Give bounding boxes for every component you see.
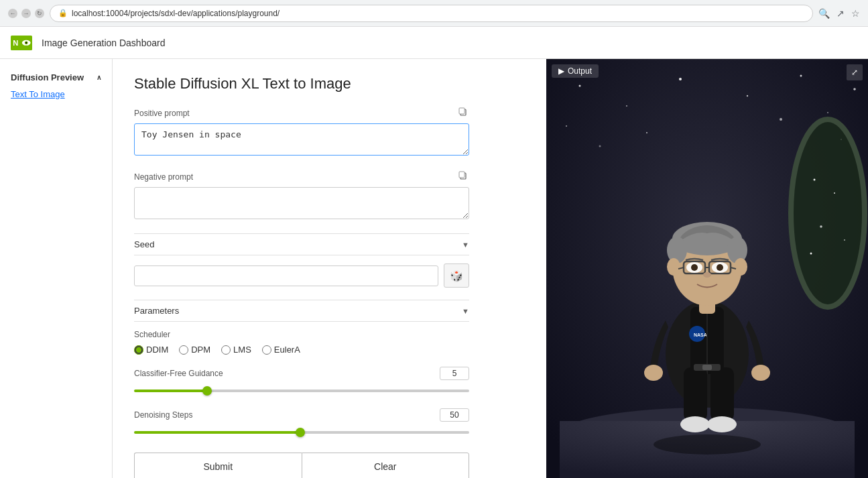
negative-prompt-copy-btn[interactable]	[457, 170, 469, 184]
output-panel: ▶ Output ⤢	[546, 59, 868, 478]
positive-prompt-copy-btn[interactable]	[457, 106, 469, 120]
scheduler-option-dpm[interactable]: DPM	[179, 345, 210, 355]
svg-point-20	[780, 118, 782, 121]
submit-button[interactable]: Submit	[134, 453, 302, 478]
output-expand-button[interactable]: ⤢	[847, 64, 863, 80]
lock-icon: 🔒	[58, 9, 68, 17]
scheduler-group: Scheduler DDIM DPM LMS	[134, 330, 469, 355]
denoise-label: Denoising Steps	[134, 410, 192, 420]
svg-point-27	[810, 253, 812, 255]
svg-point-54	[644, 365, 663, 381]
sidebar-section-label: Diffusion Preview	[11, 72, 84, 82]
svg-point-13	[747, 95, 748, 97]
negative-prompt-input[interactable]	[134, 187, 469, 219]
copy-icon	[458, 107, 468, 117]
seed-field-group: 1650562497 🎲	[134, 263, 469, 288]
output-icon: ▶	[558, 66, 564, 76]
svg-point-52	[717, 264, 723, 271]
seed-section-header[interactable]: Seed ▼	[134, 233, 469, 255]
app-layout: Diffusion Preview ∧ Text To Image Stable…	[0, 59, 868, 478]
svg-point-10	[579, 85, 581, 87]
svg-rect-57	[710, 367, 734, 421]
forward-button[interactable]: →	[21, 9, 31, 18]
app-header: N Image Generation Dashboard	[0, 27, 868, 59]
output-image: NASA	[546, 59, 868, 478]
scheduler-radio-ddim[interactable]	[134, 345, 143, 355]
nvidia-logo-svg: N	[11, 36, 32, 50]
svg-point-23	[814, 179, 816, 181]
svg-point-43	[734, 258, 747, 276]
action-buttons: Submit Clear	[134, 453, 469, 478]
scheduler-option-eulera[interactable]: EulerA	[262, 345, 300, 355]
scheduler-radio-lms[interactable]	[221, 345, 231, 355]
browser-bar: ← → ↻ 🔒 localhost:10004/projects/sdxl-de…	[0, 0, 868, 27]
parameters-chevron-icon: ▼	[462, 307, 469, 315]
scheduler-radio-group: DDIM DPM LMS EulerA	[134, 345, 469, 355]
url-text: localhost:10004/projects/sdxl-dev/applic…	[72, 9, 280, 18]
svg-rect-6	[459, 108, 464, 114]
main-content: Stable Diffusion XL Text to Image Positi…	[113, 59, 546, 478]
form-section: Positive prompt Toy Jensen in space Nega…	[134, 106, 469, 478]
svg-point-59	[707, 416, 737, 432]
seed-input[interactable]: 1650562497	[134, 265, 438, 286]
negative-prompt-group: Negative prompt	[134, 170, 469, 221]
scheduler-option-lms[interactable]: LMS	[221, 345, 251, 355]
svg-point-55	[751, 365, 770, 381]
svg-point-31	[654, 434, 761, 455]
svg-point-58	[680, 416, 710, 432]
svg-point-16	[853, 88, 856, 91]
cfg-slider-group: Classifier-Free Guidance 5	[134, 367, 469, 398]
cfg-slider-header: Classifier-Free Guidance 5	[134, 367, 469, 380]
negative-prompt-label: Negative prompt	[134, 170, 469, 184]
copy-icon-2	[458, 171, 468, 180]
svg-point-18	[599, 145, 601, 147]
nvidia-logo: N	[11, 36, 32, 50]
scheduler-radio-eulera[interactable]	[262, 345, 271, 355]
denoise-slider[interactable]	[134, 431, 469, 434]
svg-point-15	[827, 112, 828, 113]
svg-rect-56	[684, 367, 707, 421]
svg-point-4	[25, 42, 27, 43]
share-icon: ↗	[836, 8, 845, 19]
svg-point-11	[626, 105, 627, 107]
url-bar[interactable]: 🔒 localhost:10004/projects/sdxl-dev/appl…	[50, 5, 813, 22]
svg-point-42	[667, 258, 680, 276]
positive-prompt-label: Positive prompt	[134, 106, 469, 120]
dice-button[interactable]: 🎲	[444, 263, 469, 288]
sidebar-item-text-to-image[interactable]: Text To Image	[0, 85, 112, 103]
cfg-track	[134, 384, 469, 398]
seed-chevron-icon: ▼	[462, 241, 469, 249]
browser-actions: 🔍 ↗ ☆	[818, 8, 860, 19]
refresh-button[interactable]: ↻	[35, 9, 44, 18]
scheduler-label: Scheduler	[134, 330, 469, 339]
svg-point-17	[566, 125, 567, 127]
bookmark-icon: ☆	[851, 8, 860, 19]
cfg-value: 5	[440, 367, 469, 380]
sidebar: Diffusion Preview ∧ Text To Image	[0, 59, 113, 478]
svg-point-25	[820, 225, 822, 228]
denoise-slider-header: Denoising Steps 50	[134, 408, 469, 422]
positive-prompt-input[interactable]: Toy Jensen in space	[134, 123, 469, 156]
back-button[interactable]: ←	[8, 9, 17, 18]
svg-point-24	[834, 192, 835, 194]
svg-text:NASA: NASA	[694, 333, 707, 337]
chevron-up-icon: ∧	[97, 74, 101, 81]
svg-rect-8	[459, 172, 464, 178]
parameters-section-header[interactable]: Parameters ▼	[134, 300, 469, 322]
svg-point-51	[691, 264, 698, 271]
output-label: ▶ Output	[552, 64, 599, 78]
svg-point-14	[800, 75, 802, 77]
scheduler-radio-dpm[interactable]	[179, 345, 188, 355]
clear-button[interactable]: Clear	[302, 453, 470, 478]
svg-point-19	[646, 132, 647, 133]
svg-rect-61	[702, 365, 712, 370]
denoise-value: 50	[440, 408, 469, 422]
sidebar-section-diffusion-preview[interactable]: Diffusion Preview ∧	[0, 70, 112, 85]
parameters-label: Parameters	[134, 306, 179, 316]
cfg-slider[interactable]	[134, 390, 469, 392]
scheduler-option-ddim[interactable]: DDIM	[134, 345, 168, 355]
seed-label: Seed	[134, 239, 154, 249]
svg-text:N: N	[13, 39, 18, 47]
denoise-track	[134, 426, 469, 439]
zoom-icon: 🔍	[818, 8, 830, 19]
